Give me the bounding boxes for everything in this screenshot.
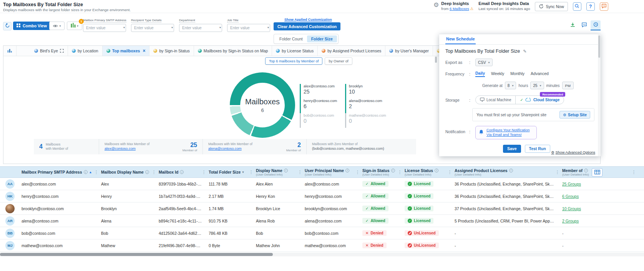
table-row-bob-contoso-com[interactable]: BBbob@contoso.comBob4d125062-3a64-4d62-a… bbox=[0, 227, 644, 239]
member-of-link[interactable]: 2 Groups bbox=[562, 219, 579, 223]
member-of-link[interactable]: 25 Groups bbox=[562, 182, 581, 186]
header-right-cluster: ⚙ Deep Insights from 6 Mailboxes ⚠ Email… bbox=[433, 1, 608, 11]
storage-local-machine[interactable]: Local Machine bbox=[476, 96, 515, 104]
minute-select[interactable]: 25 ▾ bbox=[530, 82, 544, 89]
close-tab-icon[interactable]: × bbox=[143, 48, 145, 54]
chip-by-owner-of[interactable]: by Owner of bbox=[325, 57, 352, 65]
save-button[interactable]: Save bbox=[503, 145, 521, 153]
check-icon: ✓ bbox=[365, 219, 368, 223]
frequency-daily[interactable]: Daily bbox=[475, 71, 485, 77]
info-icon[interactable]: i bbox=[284, 169, 288, 172]
column-menu-icon[interactable]: ⋮ bbox=[249, 170, 253, 175]
table-row-henry-contoso-com[interactable]: HKhenry@contoso.comHenry1b7a427f-0f33-4a… bbox=[0, 190, 644, 202]
edit-title-icon[interactable]: ✎ bbox=[523, 49, 526, 54]
filter-input-mailbox-primary-smtp-address[interactable] bbox=[83, 24, 126, 32]
table-row-alena-contoso-com[interactable]: ARalena@contoso.comAlenab894c761-e18c-4c… bbox=[0, 215, 644, 227]
download-button[interactable] bbox=[568, 20, 578, 30]
column-menu-icon[interactable]: ⋮ bbox=[355, 170, 360, 175]
feedback-button[interactable] bbox=[600, 2, 608, 11]
refresh-icon bbox=[539, 4, 544, 10]
mailboxes-donut-chart[interactable]: Mailboxes 6 bbox=[230, 72, 295, 138]
chart-tab-by-location[interactable]: by Location bbox=[68, 46, 103, 56]
column-chooser-button[interactable] bbox=[592, 168, 603, 177]
info-icon[interactable]: i bbox=[391, 169, 395, 172]
show-applied-customization-link[interactable]: Show Applied Customization bbox=[284, 18, 332, 22]
notification-config-button[interactable]: Configure Your Notification Via Email an… bbox=[475, 126, 537, 139]
combo-view-button[interactable]: Combo View ▾ bbox=[13, 22, 54, 30]
panel-scrollbar[interactable] bbox=[598, 34, 601, 156]
table-row-alex-contoso-com[interactable]: AAalex@contoso.comAlex839f7039-1bba-46b2… bbox=[0, 178, 644, 190]
horizontal-scrollbar[interactable] bbox=[0, 253, 644, 256]
schedule-button[interactable] bbox=[591, 20, 601, 30]
member-of-link[interactable]: 6 Groups bbox=[562, 194, 579, 199]
info-icon[interactable]: i bbox=[435, 169, 438, 172]
chart-tab-by-license-status[interactable]: by License Status bbox=[272, 46, 318, 56]
toggle-folder-count[interactable]: Folder Count bbox=[275, 35, 307, 42]
frequency-monthly[interactable]: Monthly bbox=[510, 71, 524, 77]
visibility-button[interactable]: ▾ bbox=[49, 22, 65, 30]
column-menu-icon[interactable]: ⋮ bbox=[398, 170, 402, 175]
chart-tab-by-user-s-manager[interactable]: by User's Manager bbox=[385, 46, 433, 56]
cell-assigned-product-licenses: - bbox=[453, 231, 561, 236]
clear-advanced-customization-button[interactable]: Clear Advanced Customization bbox=[274, 22, 340, 30]
export-format-select[interactable]: CSV ▾ bbox=[475, 59, 493, 66]
meridiem-toggle[interactable]: PM bbox=[562, 82, 574, 89]
summary-min-link[interactable]: alena@contoso.com bbox=[208, 146, 252, 151]
column-menu-icon[interactable]: ⋮ bbox=[555, 170, 559, 175]
sort-asc-icon[interactable]: ▲ bbox=[89, 171, 92, 174]
generate-time-row: Generate at 8 ▾ hours 25 ▾ minutes PM bbox=[445, 82, 594, 89]
chart-tab-bird-s-eye[interactable]: Bird's Eye bbox=[30, 46, 68, 56]
mailboxes-count-link[interactable]: 6 Mailboxes bbox=[450, 7, 469, 11]
expand-icon[interactable] bbox=[60, 49, 64, 53]
table-row-mathew-contoso-com[interactable]: MJmathew@contoso.comMathew21fef496-3b07-… bbox=[0, 239, 644, 252]
chevron-down-icon: ▾ bbox=[267, 26, 269, 29]
tab-new-schedule[interactable]: New Schedule bbox=[445, 37, 476, 44]
info-icon[interactable]: i bbox=[345, 169, 349, 172]
column-menu-icon[interactable]: ⋮ bbox=[448, 170, 452, 175]
info-icon[interactable]: i bbox=[584, 169, 588, 172]
info-icon[interactable]: i bbox=[145, 170, 149, 174]
chart-type-tab[interactable] bbox=[3, 46, 17, 56]
chart-tab-by-sign-in-status[interactable]: by Sign-in Status bbox=[149, 46, 194, 56]
panel-scrollbar-thumb[interactable] bbox=[598, 35, 600, 58]
filter-input-recipient-type-details[interactable] bbox=[131, 24, 174, 32]
sync-now-button[interactable]: Sync Now bbox=[535, 2, 568, 11]
info-icon[interactable]: i bbox=[84, 170, 88, 174]
chip-top-6-mailboxes-by-member-of[interactable]: Top 6 mailboxes by Member of bbox=[265, 57, 322, 65]
undo-button[interactable] bbox=[3, 22, 12, 30]
summary-max-link[interactable]: alex@contoso.com bbox=[105, 146, 149, 151]
search-button[interactable] bbox=[573, 2, 581, 11]
member-of-link[interactable]: 10 Groups bbox=[562, 206, 581, 211]
sort-desc-icon[interactable]: ▾ bbox=[242, 170, 244, 174]
help-button[interactable]: ? bbox=[586, 2, 595, 11]
chart-tab-by-assigned-product-licenses[interactable]: by Assigned Product Licenses bbox=[318, 46, 385, 56]
cell-smtp: mathew@contoso.com bbox=[20, 243, 100, 248]
column-menu-icon[interactable]: ⋮ bbox=[202, 170, 206, 175]
setup-site-button[interactable]: ⚙ Setup Site bbox=[559, 111, 590, 119]
table-row-brooklyn-contoso-com[interactable]: brooklyn@contoso.comBrooklyn2aaf549b-5ee… bbox=[0, 202, 644, 215]
info-icon[interactable]: i bbox=[180, 170, 184, 174]
chart-tab-top-mailboxes[interactable]: Top mailboxes× bbox=[103, 46, 150, 56]
column-menu-icon[interactable]: ⋮ bbox=[632, 170, 636, 175]
column-title: License Status bbox=[405, 168, 433, 173]
chart-tab-label: by License Status bbox=[282, 49, 314, 53]
storage-cloud-storage[interactable]: ✓ Cloud Storage Recommended bbox=[515, 96, 564, 104]
show-advanced-options-link[interactable]: ⚙ Show Advanced Options bbox=[551, 150, 595, 154]
comments-button[interactable] bbox=[579, 20, 589, 30]
horizontal-scrollbar-thumb[interactable] bbox=[0, 253, 273, 256]
column-menu-icon[interactable]: ⋮ bbox=[152, 170, 156, 175]
chart-scrollbar-thumb[interactable] bbox=[435, 57, 437, 63]
hour-select[interactable]: 8 ▾ bbox=[505, 82, 516, 89]
summary-min-value: 2 bbox=[297, 141, 301, 149]
column-menu-icon[interactable]: ⋮ bbox=[94, 170, 98, 175]
toggle-folder-size[interactable]: Folder Size bbox=[307, 35, 337, 42]
filter-input-department[interactable] bbox=[179, 24, 222, 32]
frequency-advanced[interactable]: Advanced bbox=[531, 71, 549, 77]
cell-assigned-product-licenses: 36 Products (Unclassified, Exchange, Sha… bbox=[453, 182, 561, 186]
info-icon[interactable]: i bbox=[509, 169, 513, 172]
test-run-button[interactable]: Test Run bbox=[525, 145, 550, 153]
chart-tab-mailboxes-by-sign-in-status-on-map[interactable]: Mailboxes by Sign-in Status on Map bbox=[194, 46, 272, 56]
frequency-weekly[interactable]: Weekly bbox=[491, 71, 504, 77]
filter-input-job-title[interactable] bbox=[227, 24, 270, 32]
column-menu-icon[interactable]: ⋮ bbox=[298, 170, 302, 175]
